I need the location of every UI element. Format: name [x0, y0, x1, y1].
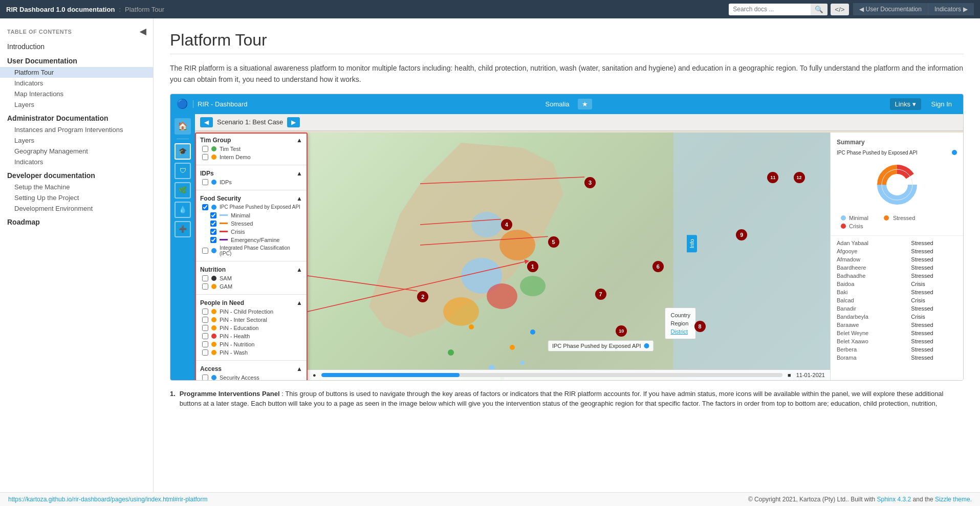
- sidebar-item-setup-machine[interactable]: Setup the Machine: [0, 182, 153, 192]
- country-name: Somalia: [546, 100, 570, 108]
- sidebar-section-user-documentation[interactable]: User Documentation: [0, 53, 153, 67]
- scenario-bar: ◀ Scenario 1: Best Case ▶: [195, 114, 963, 131]
- education-icon-btn[interactable]: 🎓: [175, 143, 191, 160]
- nutrition-title[interactable]: Nutrition ▲: [200, 265, 302, 274]
- callout-2[interactable]: 2: [417, 291, 428, 302]
- progress-bar[interactable]: [321, 373, 782, 377]
- access-section: Access ▲ Security Access: [196, 362, 307, 381]
- sidebar-item-geography-management[interactable]: Geography Management: [0, 146, 153, 157]
- ipc-dot: [211, 205, 216, 210]
- gam-item: GAM: [200, 282, 302, 291]
- idps-checkbox[interactable]: [202, 179, 208, 185]
- info-tab[interactable]: Info: [687, 235, 697, 252]
- emergency-checkbox[interactable]: [210, 237, 216, 243]
- minimal-checkbox[interactable]: [210, 212, 216, 218]
- main-layout: Table of Contents ◀ Introduction User Do…: [0, 18, 980, 492]
- sidebar-item-instances[interactable]: Instances and Program Interventions: [0, 124, 153, 135]
- pin-health-checkbox[interactable]: [202, 333, 208, 339]
- scenario-next-btn[interactable]: ▶: [287, 117, 300, 127]
- intro-paragraph: The RIR platform is a situational awaren…: [170, 62, 964, 85]
- desc-item-1: 1. Programme Interventions Panel : This …: [170, 389, 964, 409]
- callout-8[interactable]: 8: [694, 321, 706, 332]
- idps-title[interactable]: IDPs ▲: [200, 169, 302, 178]
- district-link[interactable]: District: [670, 327, 690, 336]
- district-status: Crisis: [905, 296, 963, 304]
- callout-3[interactable]: 3: [584, 177, 596, 188]
- protection-icon-btn[interactable]: 🛡: [175, 163, 191, 179]
- sidebar-item-admin-layers[interactable]: Layers: [0, 135, 153, 146]
- sizzle-link[interactable]: Sizzle theme.: [935, 496, 972, 503]
- ipc-checkbox[interactable]: [202, 204, 208, 210]
- crisis-checkbox[interactable]: [210, 229, 216, 235]
- home-button[interactable]: 🏠: [175, 118, 191, 135]
- pin-nutrition-checkbox[interactable]: [202, 341, 208, 347]
- access-title[interactable]: Access ▲: [200, 364, 302, 373]
- sidebar-item-roadmap[interactable]: Roadmap: [0, 214, 153, 228]
- food-security-title[interactable]: Food Security ▲: [200, 194, 302, 203]
- sidebar-item-map-interactions[interactable]: Map Interactions: [0, 89, 153, 99]
- pin-inter-checkbox[interactable]: [202, 317, 208, 323]
- sidebar-item-dev-environment[interactable]: Development Environment: [0, 203, 153, 214]
- sam-checkbox[interactable]: [202, 275, 208, 281]
- sidebar-item-introduction[interactable]: Introduction: [0, 40, 153, 53]
- callout-7[interactable]: 7: [595, 289, 606, 300]
- district-name: Baardheere: [831, 263, 905, 272]
- dash-header: 🔵 RIR - Dashboard Somalia ★ Links ▾ Sign…: [170, 94, 963, 114]
- summary-panel: Summary IPC Phase Pushed by Exposed API: [830, 133, 963, 380]
- people-in-need-title[interactable]: People in Need ▲: [200, 298, 302, 307]
- district-status: Stressed: [905, 329, 963, 337]
- pin-health-dot: [211, 334, 216, 339]
- page-title: Platform Tour: [170, 31, 964, 54]
- callout-9[interactable]: 9: [736, 229, 747, 240]
- tim-group-section: Tim Group ▲ Tim Test Intern Demo: [196, 134, 307, 163]
- tim-test-checkbox[interactable]: [202, 146, 208, 152]
- sidebar-section-admin-documentation[interactable]: Administrator Documentation: [0, 110, 153, 124]
- minimal-color: [220, 214, 228, 216]
- nutrition-icon-btn[interactable]: 🌿: [175, 182, 191, 199]
- unicef-logo: 🔵: [177, 98, 188, 109]
- next-label: Indicators: [934, 6, 961, 13]
- ipc-phase-dot: [211, 248, 216, 253]
- search-input[interactable]: [729, 4, 811, 14]
- callout-12[interactable]: 12: [794, 172, 805, 183]
- district-name: Baidoa: [831, 280, 905, 288]
- sidebar-item-indicators[interactable]: Indicators: [0, 78, 153, 89]
- prev-nav-button[interactable]: ◀ User Documentation: [853, 3, 928, 15]
- security-access-item: Security Access: [200, 373, 302, 381]
- links-button[interactable]: Links ▾: [890, 98, 921, 110]
- district-name: Afmadow: [831, 255, 905, 263]
- sidebar-section-developer-documentation[interactable]: Developer documentation: [0, 167, 153, 182]
- pin-child-checkbox[interactable]: [202, 309, 208, 315]
- star-button[interactable]: ★: [578, 99, 592, 109]
- tim-group-title[interactable]: Tim Group ▲: [200, 136, 302, 145]
- sidebar-item-admin-indicators[interactable]: Indicators: [0, 157, 153, 167]
- health-icon-btn[interactable]: ➕: [175, 221, 191, 237]
- search-button[interactable]: 🔍: [811, 4, 827, 15]
- pin-wash-checkbox[interactable]: [202, 349, 208, 356]
- gam-checkbox[interactable]: [202, 283, 208, 290]
- svg-point-6: [443, 297, 479, 326]
- sign-in-button[interactable]: Sign In: [926, 98, 957, 110]
- collapse-icon[interactable]: ◀: [140, 27, 146, 36]
- callout-5[interactable]: 5: [548, 236, 559, 248]
- pin-nutrition-dot: [211, 342, 216, 347]
- sphinx-link[interactable]: Sphinx 4.3.2: [877, 496, 911, 503]
- sidebar-item-platform-tour[interactable]: Platform Tour: [0, 67, 153, 78]
- intern-demo-checkbox[interactable]: [202, 154, 208, 160]
- scenario-prev-btn[interactable]: ◀: [200, 117, 213, 127]
- security-access-checkbox[interactable]: [202, 375, 208, 381]
- sidebar-item-layers[interactable]: Layers: [0, 99, 153, 110]
- food-security-section: Food Security ▲ IPC Phase Pushed by Expo…: [196, 192, 307, 259]
- wash-icon-btn[interactable]: 💧: [175, 202, 191, 218]
- map-area[interactable]: 1 2 3 4 5 6 7 8 9 10 11 12: [308, 133, 830, 380]
- search-box[interactable]: 🔍: [729, 4, 827, 15]
- idps-dot: [211, 180, 216, 185]
- pin-education-checkbox[interactable]: [202, 325, 208, 331]
- ipc-phase-checkbox[interactable]: [202, 248, 208, 254]
- stressed-checkbox[interactable]: [210, 221, 216, 227]
- sidebar-item-setting-up-project[interactable]: Setting Up the Project: [0, 192, 153, 203]
- code-button[interactable]: </>: [831, 4, 848, 15]
- next-nav-button[interactable]: Indicators ▶: [928, 3, 974, 15]
- svg-point-8: [448, 349, 454, 356]
- callout-4[interactable]: 4: [501, 219, 512, 230]
